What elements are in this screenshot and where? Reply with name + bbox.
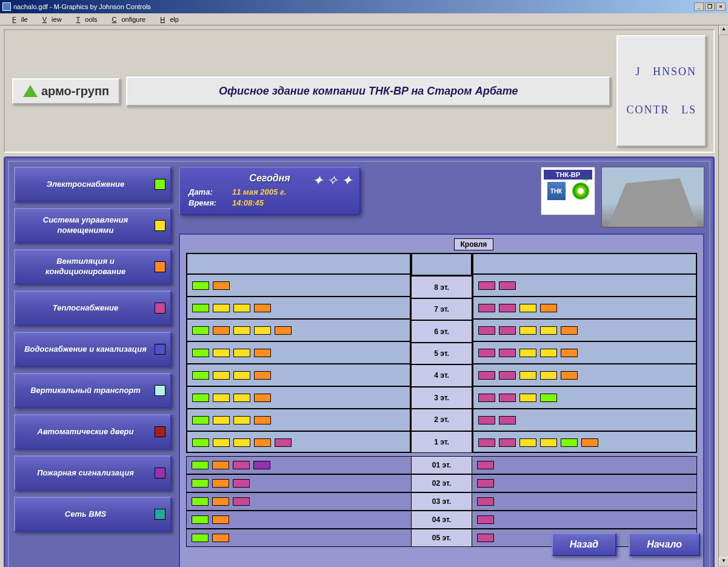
status-block[interactable]: [275, 326, 292, 335]
maximize-button[interactable]: ❐: [705, 2, 715, 11]
scroll-down-button[interactable]: ▼: [719, 557, 728, 567]
status-block[interactable]: [192, 281, 209, 290]
status-block[interactable]: [254, 394, 271, 402]
status-block[interactable]: [561, 371, 578, 380]
sidebar-button-8[interactable]: Сеть BMS: [14, 497, 172, 532]
status-block[interactable]: [213, 394, 230, 402]
status-block[interactable]: [540, 394, 557, 402]
status-block[interactable]: [192, 304, 209, 312]
status-block[interactable]: [213, 281, 230, 290]
menu-file[interactable]: File: [2, 15, 33, 24]
status-block[interactable]: [540, 438, 557, 447]
vertical-scrollbar[interactable]: ▲ ▼: [718, 25, 728, 567]
status-block[interactable]: [254, 304, 271, 312]
status-block[interactable]: [254, 326, 271, 335]
status-block[interactable]: [499, 416, 516, 424]
sidebar-button-3[interactable]: Теплоснабжение: [14, 290, 172, 326]
status-block[interactable]: [275, 438, 292, 447]
status-block[interactable]: [192, 416, 209, 424]
status-block[interactable]: [212, 534, 229, 542]
status-block[interactable]: [499, 304, 516, 312]
sidebar-button-5[interactable]: Вертикальный транспорт: [14, 373, 172, 408]
status-block[interactable]: [540, 371, 557, 380]
status-block[interactable]: [253, 461, 270, 469]
status-block[interactable]: [254, 416, 271, 424]
status-block[interactable]: [192, 534, 209, 542]
status-block[interactable]: [233, 461, 250, 469]
status-block[interactable]: [499, 394, 516, 402]
status-block[interactable]: [519, 304, 536, 312]
status-block[interactable]: [192, 371, 209, 380]
status-block[interactable]: [478, 304, 495, 312]
status-block[interactable]: [213, 416, 230, 424]
status-block[interactable]: [254, 438, 271, 447]
status-block[interactable]: [213, 304, 230, 312]
status-block[interactable]: [233, 479, 250, 488]
status-block[interactable]: [477, 534, 494, 542]
status-block[interactable]: [540, 304, 557, 312]
menu-configure[interactable]: Configure: [102, 15, 151, 24]
status-block[interactable]: [478, 416, 495, 424]
status-block[interactable]: [233, 371, 250, 380]
status-block[interactable]: [233, 326, 250, 335]
status-block[interactable]: [478, 349, 495, 357]
status-block[interactable]: [478, 394, 495, 402]
status-block[interactable]: [233, 349, 250, 357]
status-block[interactable]: [540, 349, 557, 357]
status-block[interactable]: [519, 371, 536, 380]
status-block[interactable]: [192, 497, 209, 506]
status-block[interactable]: [519, 326, 536, 335]
home-button[interactable]: Начало: [629, 533, 700, 556]
sidebar-button-7[interactable]: Пожарная сигнализация: [14, 455, 172, 491]
status-block[interactable]: [477, 461, 494, 469]
status-block[interactable]: [192, 515, 209, 524]
status-block[interactable]: [519, 438, 536, 447]
status-block[interactable]: [478, 371, 495, 380]
menu-help[interactable]: Help: [150, 15, 184, 24]
status-block[interactable]: [212, 497, 229, 506]
sidebar-button-2[interactable]: Вентиляция и кондиционирование: [14, 249, 172, 284]
status-block[interactable]: [561, 326, 578, 335]
menu-tools[interactable]: Tools: [67, 15, 102, 24]
sidebar-button-0[interactable]: Электроснабжение: [14, 167, 172, 202]
status-block[interactable]: [478, 438, 495, 447]
status-block[interactable]: [213, 349, 230, 357]
status-block[interactable]: [519, 394, 536, 402]
close-button[interactable]: ×: [716, 2, 726, 11]
status-block[interactable]: [233, 394, 250, 402]
status-block[interactable]: [540, 326, 557, 335]
menu-view[interactable]: View: [33, 15, 67, 24]
status-block[interactable]: [192, 479, 209, 488]
sidebar-button-1[interactable]: Система управления помещениями: [14, 208, 172, 243]
status-block[interactable]: [233, 497, 250, 506]
status-block[interactable]: [499, 438, 516, 447]
status-block[interactable]: [477, 497, 494, 506]
status-block[interactable]: [499, 326, 516, 335]
status-block[interactable]: [213, 326, 230, 335]
status-block[interactable]: [213, 438, 230, 447]
status-block[interactable]: [192, 394, 209, 402]
status-block[interactable]: [519, 349, 536, 357]
sidebar-button-4[interactable]: Водоснабжение и канализация: [14, 332, 172, 367]
status-block[interactable]: [477, 515, 494, 524]
status-block[interactable]: [254, 371, 271, 380]
status-block[interactable]: [581, 438, 598, 447]
status-block[interactable]: [213, 371, 230, 380]
status-block[interactable]: [212, 479, 229, 488]
status-block[interactable]: [478, 326, 495, 335]
status-block[interactable]: [561, 438, 578, 447]
status-block[interactable]: [233, 304, 250, 312]
status-block[interactable]: [478, 281, 495, 290]
status-block[interactable]: [192, 349, 209, 357]
status-block[interactable]: [233, 416, 250, 424]
sidebar-button-6[interactable]: Автоматические двери: [14, 414, 172, 449]
scroll-up-button[interactable]: ▲: [719, 25, 728, 35]
status-block[interactable]: [561, 349, 578, 357]
status-block[interactable]: [477, 479, 494, 488]
status-block[interactable]: [212, 515, 229, 524]
status-block[interactable]: [499, 349, 516, 357]
status-block[interactable]: [254, 349, 271, 357]
status-block[interactable]: [499, 371, 516, 380]
status-block[interactable]: [192, 461, 209, 469]
minimize-button[interactable]: _: [694, 2, 704, 11]
